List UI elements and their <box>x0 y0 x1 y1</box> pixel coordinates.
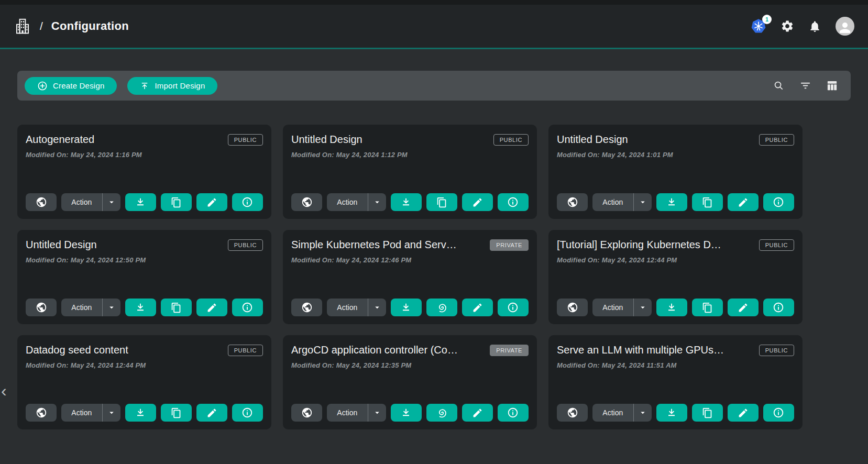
copy-icon <box>171 302 182 313</box>
info-button[interactable] <box>498 193 529 211</box>
clone-button[interactable] <box>426 404 457 422</box>
visibility-globe-button[interactable] <box>26 193 57 211</box>
card-actions: Action <box>26 404 263 422</box>
action-split-button[interactable]: Action <box>327 299 386 316</box>
pencil-icon <box>738 302 749 313</box>
edit-button[interactable] <box>462 404 493 422</box>
edit-button[interactable] <box>462 299 493 316</box>
visibility-globe-button[interactable] <box>26 299 57 316</box>
action-button-label[interactable]: Action <box>61 303 102 312</box>
design-card: Serve an LLM with multiple GPUs… PUBLIC … <box>548 335 803 429</box>
action-split-button[interactable]: Action <box>61 299 120 316</box>
clone-button[interactable] <box>426 193 457 211</box>
download-button[interactable] <box>656 299 687 316</box>
toolbar-view-controls <box>773 80 843 92</box>
bell-icon[interactable] <box>808 20 821 33</box>
chevron-down-icon[interactable] <box>103 197 120 207</box>
visibility-globe-button[interactable] <box>291 193 322 211</box>
info-button[interactable] <box>498 299 529 316</box>
action-button-label[interactable]: Action <box>592 198 633 206</box>
action-split-button[interactable]: Action <box>327 193 386 211</box>
visibility-globe-button[interactable] <box>557 299 588 316</box>
info-button[interactable] <box>232 299 263 316</box>
avatar[interactable] <box>836 17 854 36</box>
action-split-button[interactable]: Action <box>592 299 651 316</box>
download-button[interactable] <box>125 193 156 211</box>
chevron-down-icon[interactable] <box>368 408 386 417</box>
info-button[interactable] <box>232 193 263 211</box>
download-button[interactable] <box>125 299 156 316</box>
visibility-badge: PUBLIC <box>228 134 263 146</box>
edit-button[interactable] <box>462 193 493 211</box>
info-icon <box>773 196 784 208</box>
clone-button[interactable] <box>692 404 723 422</box>
visibility-globe-button[interactable] <box>557 404 588 422</box>
visibility-globe-button[interactable] <box>291 404 322 422</box>
clone-button[interactable] <box>161 193 192 211</box>
action-split-button[interactable]: Action <box>592 193 651 211</box>
action-button-label[interactable]: Action <box>327 408 367 417</box>
download-button[interactable] <box>125 404 156 422</box>
info-button[interactable] <box>232 404 263 422</box>
filter-icon[interactable] <box>799 80 811 92</box>
action-button-label[interactable]: Action <box>61 198 102 206</box>
visibility-globe-button[interactable] <box>557 193 588 211</box>
info-icon <box>241 407 253 418</box>
chevron-down-icon[interactable] <box>368 197 386 207</box>
edit-button[interactable] <box>728 299 759 316</box>
import-design-button[interactable]: Import Design <box>127 77 217 95</box>
table-view-icon[interactable] <box>826 80 838 92</box>
edit-button[interactable] <box>728 193 759 211</box>
edit-button[interactable] <box>196 299 227 316</box>
visibility-globe-button[interactable] <box>26 404 57 422</box>
gear-icon[interactable] <box>781 19 794 33</box>
clone-button[interactable] <box>692 299 723 316</box>
download-button[interactable] <box>391 193 422 211</box>
visibility-badge: PUBLIC <box>493 134 529 146</box>
clone-button[interactable] <box>161 299 192 316</box>
info-icon <box>773 407 784 418</box>
chevron-down-icon[interactable] <box>634 408 652 417</box>
action-button-label[interactable]: Action <box>327 198 367 206</box>
create-design-button[interactable]: Create Design <box>25 77 117 95</box>
action-split-button[interactable]: Action <box>327 404 386 422</box>
design-card: Autogenerated PUBLIC Modified On: May 24… <box>17 125 271 219</box>
action-split-button[interactable]: Action <box>61 193 120 211</box>
card-header: Datadog seed content PUBLIC <box>26 344 263 357</box>
info-button[interactable] <box>763 404 794 422</box>
chevron-down-icon[interactable] <box>634 303 652 312</box>
design-card: Untitled Design PUBLIC Modified On: May … <box>283 125 537 219</box>
action-split-button[interactable]: Action <box>61 404 120 422</box>
info-icon <box>507 302 519 313</box>
chevron-down-icon[interactable] <box>103 408 120 417</box>
chevron-left-icon[interactable]: ‹ <box>1 382 7 399</box>
action-button-label[interactable]: Action <box>592 408 633 417</box>
action-button-label[interactable]: Action <box>61 408 102 417</box>
action-button-label[interactable]: Action <box>327 303 367 312</box>
clone-button[interactable] <box>692 193 723 211</box>
chevron-down-icon[interactable] <box>103 303 120 312</box>
info-button[interactable] <box>498 404 529 422</box>
chevron-down-icon[interactable] <box>368 303 386 312</box>
action-split-button[interactable]: Action <box>592 404 651 422</box>
globe-icon <box>567 407 578 418</box>
info-button[interactable] <box>763 193 794 211</box>
download-button[interactable] <box>656 193 687 211</box>
clone-button[interactable] <box>161 404 192 422</box>
chevron-down-icon[interactable] <box>634 197 652 207</box>
building-icon[interactable] <box>14 17 31 35</box>
kubernetes-context-button[interactable]: 1 <box>751 18 766 34</box>
clone-button[interactable] <box>426 299 457 316</box>
search-icon[interactable] <box>773 80 785 92</box>
info-button[interactable] <box>763 299 794 316</box>
visibility-globe-button[interactable] <box>291 299 322 316</box>
download-button[interactable] <box>391 404 422 422</box>
action-button-label[interactable]: Action <box>592 303 633 312</box>
edit-button[interactable] <box>196 404 227 422</box>
download-button[interactable] <box>656 404 687 422</box>
globe-icon <box>36 302 47 313</box>
edit-button[interactable] <box>728 404 759 422</box>
edit-button[interactable] <box>196 193 227 211</box>
modified-date: Modified On: May 24, 2024 11:51 AM <box>557 361 794 369</box>
download-button[interactable] <box>391 299 422 316</box>
